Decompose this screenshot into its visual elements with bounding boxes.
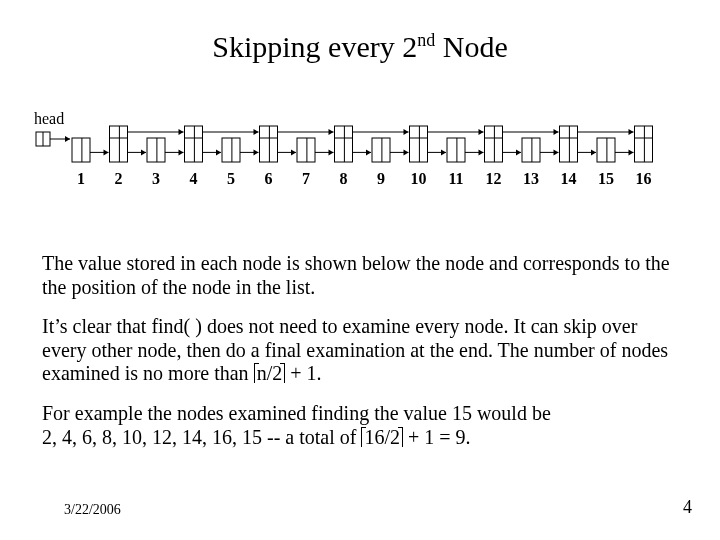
svg-marker-73	[479, 149, 484, 155]
title-suffix: Node	[435, 30, 507, 63]
svg-marker-86	[554, 149, 559, 155]
svg-text:8: 8	[340, 170, 348, 187]
paragraph-3: For example the nodes examined finding t…	[42, 402, 682, 449]
linked-list-diagram: head12345678910111213141516	[34, 110, 674, 210]
svg-rect-10	[110, 126, 128, 162]
svg-rect-70	[447, 138, 465, 162]
svg-rect-5	[72, 138, 90, 162]
svg-rect-31	[222, 138, 240, 162]
svg-text:4: 4	[190, 170, 198, 187]
svg-text:3: 3	[152, 170, 160, 187]
svg-text:12: 12	[486, 170, 502, 187]
svg-text:6: 6	[265, 170, 273, 187]
slide-title: Skipping every 2nd Node	[0, 30, 720, 64]
svg-marker-4	[65, 136, 70, 142]
svg-rect-101	[635, 126, 653, 162]
svg-marker-99	[629, 149, 634, 155]
svg-text:16: 16	[636, 170, 652, 187]
svg-rect-75	[485, 126, 503, 162]
ceiling-expr-2: 16/2	[361, 427, 403, 447]
svg-rect-44	[297, 138, 315, 162]
body-text: The value stored in each node is shown b…	[42, 252, 682, 465]
svg-text:11: 11	[448, 170, 463, 187]
svg-marker-34	[254, 149, 259, 155]
svg-rect-62	[410, 126, 428, 162]
title-prefix: Skipping every 2	[212, 30, 417, 63]
svg-text:15: 15	[598, 170, 614, 187]
svg-marker-55	[404, 129, 409, 135]
svg-marker-29	[254, 129, 259, 135]
svg-rect-83	[522, 138, 540, 162]
svg-marker-79	[516, 149, 521, 155]
svg-marker-53	[366, 149, 371, 155]
svg-marker-92	[591, 149, 596, 155]
footer-date: 3/22/2006	[64, 502, 121, 518]
svg-rect-88	[560, 126, 578, 162]
svg-marker-16	[179, 129, 184, 135]
svg-text:10: 10	[411, 170, 427, 187]
svg-marker-8	[104, 149, 109, 155]
svg-marker-68	[479, 129, 484, 135]
svg-rect-18	[147, 138, 165, 162]
svg-rect-36	[260, 126, 278, 162]
paragraph-2: It’s clear that find( ) does not need to…	[42, 315, 682, 386]
svg-rect-49	[335, 126, 353, 162]
svg-marker-21	[179, 149, 184, 155]
title-sup: nd	[417, 30, 435, 50]
ceiling-expr-1: n/2	[254, 363, 286, 383]
svg-text:2: 2	[115, 170, 123, 187]
svg-marker-94	[629, 129, 634, 135]
svg-text:5: 5	[227, 170, 235, 187]
svg-text:9: 9	[377, 170, 385, 187]
slide: Skipping every 2nd Node head123456789101…	[0, 0, 720, 540]
svg-marker-60	[404, 149, 409, 155]
svg-text:head: head	[34, 110, 64, 127]
svg-rect-57	[372, 138, 390, 162]
linked-list-svg: head12345678910111213141516	[34, 110, 674, 210]
paragraph-1: The value stored in each node is shown b…	[42, 252, 682, 299]
svg-marker-14	[141, 149, 146, 155]
svg-rect-96	[597, 138, 615, 162]
svg-marker-27	[216, 149, 221, 155]
footer-page-number: 4	[683, 497, 692, 518]
svg-marker-40	[291, 149, 296, 155]
svg-marker-47	[329, 149, 334, 155]
svg-marker-42	[329, 129, 334, 135]
svg-text:13: 13	[523, 170, 539, 187]
svg-text:1: 1	[77, 170, 85, 187]
svg-rect-23	[185, 126, 203, 162]
svg-marker-66	[441, 149, 446, 155]
svg-text:14: 14	[561, 170, 577, 187]
svg-marker-81	[554, 129, 559, 135]
svg-text:7: 7	[302, 170, 310, 187]
